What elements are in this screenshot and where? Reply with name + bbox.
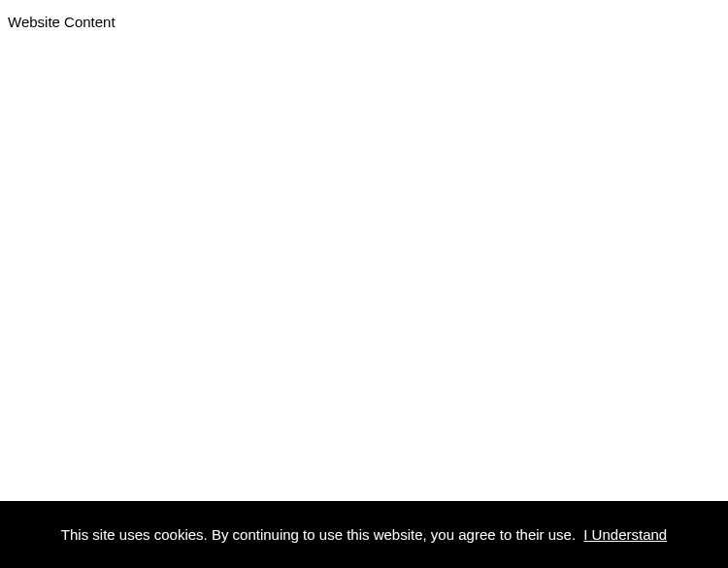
page-content: Website Content	[0, 0, 728, 44]
cookie-consent-banner: This site uses cookies. By continuing to…	[0, 501, 728, 568]
content-label: Website Content	[8, 14, 116, 30]
cookie-accept-button[interactable]: I Understand	[583, 526, 667, 543]
cookie-message: This site uses cookies. By continuing to…	[61, 526, 576, 543]
